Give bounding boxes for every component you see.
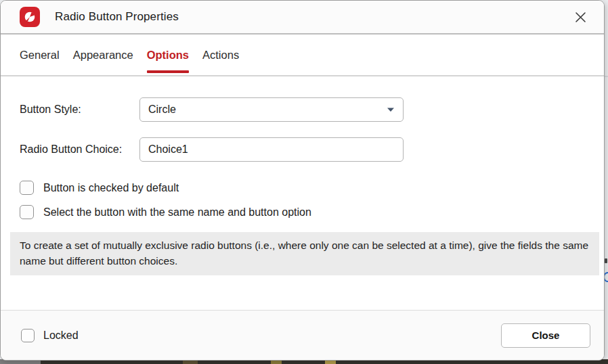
options-tab-panel: Button Style: Circle Radio Button Choice… <box>1 76 604 310</box>
checked-by-default-row: Button is checked by default <box>20 181 604 195</box>
button-style-label: Button Style: <box>20 104 139 116</box>
tab-options[interactable]: Options <box>147 35 189 75</box>
close-icon[interactable] <box>569 5 592 28</box>
radio-button-choice-input[interactable] <box>139 137 404 162</box>
tab-general[interactable]: General <box>20 35 60 75</box>
button-style-value: Circle <box>148 104 387 116</box>
same-name-option-row: Select the button with the same name and… <box>20 205 604 219</box>
same-name-option-label: Select the button with the same name and… <box>43 206 311 219</box>
properties-tabbar: General Appearance Options Actions <box>1 35 604 76</box>
dialog-titlebar: Radio Button Properties <box>1 1 604 35</box>
radio-button-choice-label: Radio Button Choice: <box>20 143 139 156</box>
app-background: Radio Button Properties General Appearan… <box>0 0 608 364</box>
pdf-editor-logo-icon <box>20 7 40 27</box>
checked-by-default-checkbox[interactable] <box>20 181 34 195</box>
button-style-dropdown[interactable]: Circle <box>139 97 404 122</box>
mutually-exclusive-info-text: To create a set of mutually exclusive ra… <box>10 232 599 275</box>
close-button[interactable]: Close <box>501 323 590 348</box>
dialog-footer: Locked Close <box>1 310 604 360</box>
button-style-row: Button Style: Circle <box>20 97 604 122</box>
chevron-down-icon <box>387 107 395 112</box>
same-name-option-checkbox[interactable] <box>20 205 34 219</box>
tab-appearance[interactable]: Appearance <box>73 35 133 75</box>
radio-button-choice-row: Radio Button Choice: <box>20 137 604 162</box>
radio-button-properties-dialog: Radio Button Properties General Appearan… <box>0 0 605 361</box>
background-cursor-mark <box>605 258 607 263</box>
locked-label: Locked <box>43 329 79 342</box>
checked-by-default-label: Button is checked by default <box>43 182 179 194</box>
dialog-title: Radio Button Properties <box>55 10 179 24</box>
locked-checkbox[interactable] <box>21 329 35 342</box>
tab-actions[interactable]: Actions <box>202 35 239 75</box>
